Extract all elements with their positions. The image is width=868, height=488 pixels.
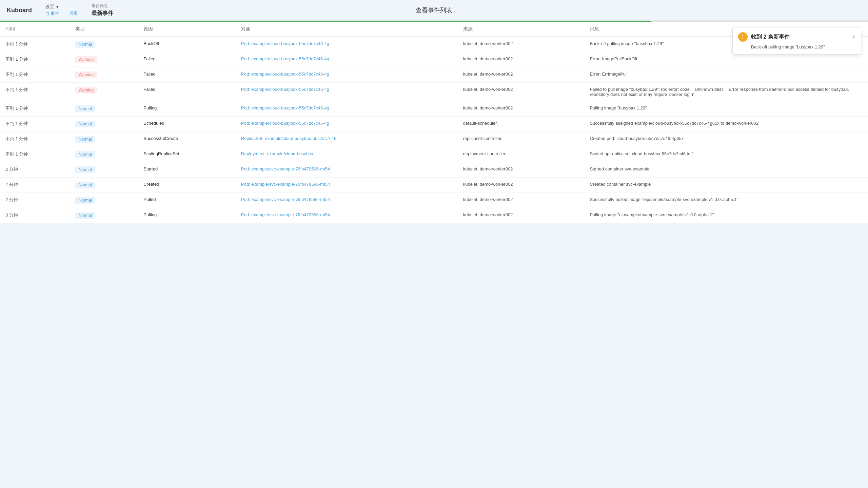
cell-type: Normal [70,37,138,52]
col-source: 来源 [458,22,585,37]
object-link[interactable]: Pod: example/svc-example-76fb479596-mt54 [241,212,330,217]
table-row: 2 分钟NormalPulledPod: example/svc-example… [0,193,868,208]
object-link[interactable]: Deployment: example/cloud-busybox [241,151,313,156]
object-link[interactable]: Pod: example/svc-example-76fb479596-mt54 [241,182,330,187]
cell-message: Pulling image "eipsample/example-svc-exa… [584,208,868,223]
cell-time: 不到 1 分钟 [0,147,70,162]
notification-message: Back-off pulling image "busybax:1.29" [738,44,855,49]
object-link[interactable]: ReplicaSet: example/cloud-busybox-55c7dc… [241,136,336,141]
breadcrumb-value: 最新事件 [92,10,113,17]
back-nav-link[interactable]: ← 后退 [63,11,78,17]
type-badge: Warning [75,56,97,63]
cell-time: 不到 1 分钟 [0,67,70,83]
cell-object: ReplicaSet: example/cloud-busybox-55c7dc… [236,132,458,147]
cell-object: Pod: example/cloud-busybox-55c7dc7c46-4g [236,117,458,132]
table-row: 不到 1 分钟WarningFailedPod: example/cloud-b… [0,67,868,83]
type-badge: Normal [75,151,95,158]
table-row: 2 分钟NormalStartedPod: example/svc-exampl… [0,162,868,178]
table-row: 不到 1 分钟NormalPullingPod: example/cloud-b… [0,101,868,117]
object-link[interactable]: Pod: example/svc-example-76fb479596-mt54 [241,197,330,202]
settings-label: 设置 [45,4,54,10]
cell-message: Started container svc-example [584,162,868,178]
notification-close-button[interactable]: × [852,34,855,40]
cell-type: Warning [70,67,138,83]
cell-reason: Scheduled [138,117,236,132]
table-body: 不到 1 分钟NormalBackOffPod: example/cloud-b… [0,37,868,223]
cell-object: Pod: example/svc-example-76fb479596-mt54 [236,208,458,223]
type-badge: Normal [75,136,95,143]
cell-reason: ScalingReplicaSet [138,147,236,162]
cell-message: Successfully pulled image "eipsample/exa… [584,193,868,208]
cell-reason: SuccessfulCreate [138,132,236,147]
cell-object: Pod: example/cloud-busybox-55c7dc7c46-4g [236,37,458,52]
cell-message: Created pod: cloud-busybox-55c7dc7c46-4g… [584,132,868,147]
table-row: 不到 1 分钟NormalScalingReplicaSetDeployment… [0,147,868,162]
cell-time: 2 分钟 [0,193,70,208]
nav-bottom: ⊡ 事件 ← 后退 [45,11,78,17]
cell-source: kubelet, demo-worker002 [458,83,585,101]
type-badge: Normal [75,182,95,188]
cell-type: Warning [70,52,138,67]
cell-time: 2 分钟 [0,162,70,178]
col-object: 对象 [236,22,458,37]
header: Kuboard 设置 ▾ ⊡ 事件 ← 后退 事件列表 最新事件 查看事件列表 [0,0,868,21]
cell-message: Pulling image "busybax:1.29" [584,101,868,117]
cell-type: Normal [70,193,138,208]
object-link[interactable]: Pod: example/cloud-busybox-55c7dc7c46-4g [241,105,329,110]
cell-time: 不到 1 分钟 [0,132,70,147]
type-badge: Normal [75,105,95,112]
cell-reason: Pulled [138,193,236,208]
cell-type: Normal [70,117,138,132]
cell-object: Pod: example/cloud-busybox-55c7dc7c46-4g [236,67,458,83]
type-badge: Normal [75,197,95,204]
type-badge: Normal [75,212,95,219]
object-link[interactable]: Pod: example/cloud-busybox-55c7dc7c46-4g [241,87,329,92]
cell-source: replicaset-controller, [458,132,585,147]
cell-time: 不到 1 分钟 [0,83,70,101]
cell-type: Warning [70,83,138,101]
cell-reason: BackOff [138,37,236,52]
events-icon: ⊡ [45,11,49,16]
cell-message: Scaled up replica set cloud-busybox-55c7… [584,147,868,162]
type-badge: Normal [75,121,95,127]
dropdown-icon[interactable]: ▾ [56,4,59,9]
notification-header: ! 收到 2 条新事件 × [738,32,855,42]
object-link[interactable]: Pod: example/cloud-busybox-55c7dc7c46-4g [241,56,329,61]
cell-source: kubelet, demo-worker002 [458,162,585,178]
table-row: 不到 1 分钟NormalSuccessfulCreateReplicaSet:… [0,132,868,147]
object-link[interactable]: Pod: example/svc-example-76fb479596-mt54 [241,166,330,171]
type-badge: Warning [75,87,97,94]
table-row: 3 分钟NormalPullingPod: example/svc-exampl… [0,208,868,223]
object-link[interactable]: Pod: example/cloud-busybox-55c7dc7c46-4g [241,72,329,77]
cell-source: kubelet, demo-worker002 [458,101,585,117]
breadcrumb: 事件列表 最新事件 [92,3,113,17]
page-title: 查看事件列表 [416,6,452,14]
cell-object: Pod: example/cloud-busybox-55c7dc7c46-4g [236,83,458,101]
type-badge: Normal [75,166,95,173]
object-link[interactable]: Pod: example/cloud-busybox-55c7dc7c46-4g [241,121,329,126]
cell-reason: Failed [138,67,236,83]
cell-type: Normal [70,101,138,117]
type-badge: Warning [75,72,97,78]
cell-time: 不到 1 分钟 [0,101,70,117]
events-nav-link[interactable]: ⊡ 事件 [45,11,59,17]
cell-type: Normal [70,132,138,147]
table-row: 2 分钟NormalCreatedPod: example/svc-exampl… [0,178,868,193]
cell-message: Failed to pull image "busybax:1.29": rpc… [584,83,868,101]
cell-reason: Failed [138,83,236,101]
table-row: 不到 1 分钟WarningFailedPod: example/cloud-b… [0,83,868,101]
cell-object: Pod: example/svc-example-76fb479596-mt54 [236,193,458,208]
cell-reason: Pulling [138,208,236,223]
cell-source: kubelet, demo-worker002 [458,208,585,223]
table-row: 不到 1 分钟NormalScheduledPod: example/cloud… [0,117,868,132]
cell-type: Normal [70,208,138,223]
cell-source: default-scheduler, [458,117,585,132]
type-badge: Normal [75,41,95,48]
cell-message: Successfully assigned example/cloud-busy… [584,117,868,132]
col-time: 时间 [0,22,70,37]
cell-reason: Failed [138,52,236,67]
nav-top: 设置 ▾ [45,4,78,10]
object-link[interactable]: Pod: example/cloud-busybox-55c7dc7c46-4g [241,41,329,46]
cell-object: Pod: example/cloud-busybox-55c7dc7c46-4g [236,52,458,67]
cell-object: Pod: example/svc-example-76fb479596-mt54 [236,162,458,178]
